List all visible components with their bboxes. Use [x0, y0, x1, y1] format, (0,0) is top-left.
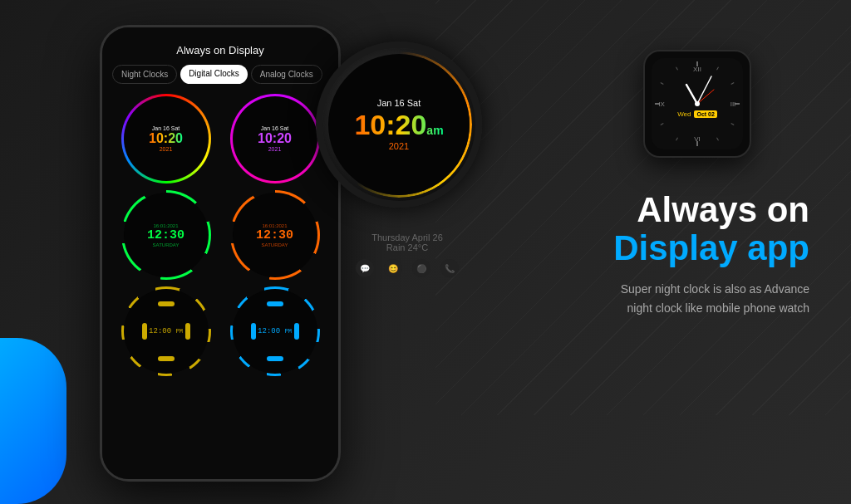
clock-item-6[interactable]: 12:00 PM — [224, 286, 326, 376]
svg-line-16 — [686, 85, 697, 104]
deco-bottom-yellow — [158, 356, 175, 361]
clock-tick-marks: // Will be rendered via inline SVG ticks… — [652, 58, 743, 149]
deco-top-yellow — [158, 301, 175, 306]
clock-item-2[interactable]: Jan 16 Sat 10:20 2021 — [224, 94, 326, 183]
clock-border-1: Jan 16 Sat 10:20 2021 — [121, 94, 211, 183]
clock4-time: 12:30 — [256, 228, 293, 242]
title-line2: Display app — [477, 229, 809, 267]
clock2-time: 10:20 — [258, 132, 292, 145]
clock1-time: 10:20 — [149, 132, 183, 145]
large-clock-bezel: Jan 16 Sat 10:20am 2021 — [316, 42, 482, 208]
clock-border-4: 16:01:2021 12:30 SATURDAY — [230, 190, 320, 280]
clock-face-4: 16:01:2021 12:30 SATURDAY — [233, 193, 317, 277]
svg-text:VI: VI — [694, 135, 701, 143]
phone-header-title: Always on Display — [111, 40, 330, 56]
tab-night-clocks[interactable]: Night Clocks — [112, 65, 177, 84]
clock-border-3: 16:01:2021 12:30 SATURDAY — [121, 190, 211, 280]
phone-screen: Always on Display Night Clocks Digital C… — [102, 27, 338, 479]
clock-border-2: Jan 16 Sat 10:20 2021 — [230, 94, 320, 183]
svg-point-19 — [695, 101, 700, 106]
clock2-date: Jan 16 Sat — [261, 125, 288, 131]
analog-face: // Will be rendered via inline SVG ticks… — [652, 58, 743, 149]
large-clock-time: 10:20am — [354, 110, 443, 139]
clock1-year: 2021 — [160, 146, 173, 152]
face-icon: 😊 — [384, 259, 402, 277]
clock-face-1: Jan 16 Sat 10:20 2021 — [124, 96, 209, 181]
svg-text:IX: IX — [658, 100, 665, 108]
svg-text:III: III — [730, 100, 736, 108]
svg-line-5 — [717, 138, 719, 140]
deco-right-blue — [294, 323, 299, 340]
clock-item-5[interactable]: 12:00 PM — [115, 286, 217, 376]
clock-face-6: 12:00 PM — [233, 289, 317, 374]
svg-line-7 — [676, 138, 678, 140]
large-clock-face: Jan 16 Sat 10:20am 2021 — [328, 54, 470, 195]
clock-item-3[interactable]: 16:01:2021 12:30 SATURDAY — [115, 190, 217, 280]
clock6-time: 12:00 PM — [258, 327, 292, 335]
clock-face-5: 12:00 PM — [124, 289, 209, 374]
clock1-date: Jan 16 Sat — [152, 125, 180, 131]
circle-icon: ⚫ — [412, 259, 430, 277]
clock-item-4[interactable]: 16:01:2021 12:30 SATURDAY — [224, 190, 326, 280]
clock-face-3: 16:01:2021 12:30 SATURDAY — [124, 193, 209, 277]
deco-right-yellow — [185, 323, 190, 340]
clock-border-5: 12:00 PM — [121, 286, 211, 376]
deco-left-yellow — [142, 323, 147, 340]
svg-line-4 — [731, 124, 734, 125]
title-line1: Always on — [477, 191, 809, 229]
svg-line-1 — [717, 67, 719, 70]
tab-analog-clocks[interactable]: Analog Clocks — [251, 65, 322, 84]
phone-mockup: Always on Display Night Clocks Digital C… — [100, 25, 341, 482]
large-clock-date: Jan 16 Sat — [377, 98, 421, 108]
clock-item-1[interactable]: Jan 16 Sat 10:20 2021 — [115, 94, 217, 183]
chat-icon: 💬 — [356, 259, 374, 277]
clock4-day: SATURDAY — [262, 242, 288, 247]
svg-text:XII: XII — [693, 66, 701, 73]
clock5-time: 12:00 PM — [149, 327, 183, 335]
weather-condition: Rain 24°C — [316, 242, 499, 252]
clock3-time: 12:30 — [147, 228, 184, 242]
app-description: Super night clock is also as Advancenigh… — [477, 280, 809, 317]
clock-face-2: Jan 16 Sat 10:20 2021 — [233, 96, 317, 181]
clock-border-6: 12:00 PM — [230, 286, 320, 376]
weather-bar: Thursday April 26 Rain 24°C 💬 😊 ⚫ 📞 — [316, 232, 499, 277]
svg-line-8 — [661, 124, 663, 125]
tabs-container: Night Clocks Digital Clocks Analog Clock… — [111, 65, 330, 84]
blue-accent-decoration — [0, 338, 66, 504]
weather-icons-row: 💬 😊 ⚫ 📞 — [316, 259, 499, 277]
svg-line-2 — [731, 83, 734, 85]
clocks-grid: Jan 16 Sat 10:20 2021 Jan 16 Sat 10:20 2… — [111, 94, 330, 376]
deco-top-blue — [267, 301, 283, 306]
tab-digital-clocks[interactable]: Digital Clocks — [180, 65, 248, 84]
clock2-year: 2021 — [268, 146, 282, 152]
svg-line-17 — [697, 76, 711, 104]
right-text-section: Always on Display app Super night clock … — [477, 191, 809, 317]
weather-date: Thursday April 26 — [316, 232, 499, 242]
deco-bottom-blue — [267, 356, 283, 361]
phone-icon: 📞 — [440, 259, 459, 277]
svg-line-18 — [697, 90, 714, 104]
deco-left-blue — [251, 323, 256, 340]
svg-line-11 — [676, 67, 678, 70]
clock3-day: SATURDAY — [153, 242, 180, 247]
analog-bezel: // Will be rendered via inline SVG ticks… — [643, 50, 751, 158]
svg-line-10 — [661, 83, 663, 85]
analog-clock-widget: // Will be rendered via inline SVG ticks… — [643, 50, 751, 158]
large-clock-year: 2021 — [389, 141, 409, 151]
